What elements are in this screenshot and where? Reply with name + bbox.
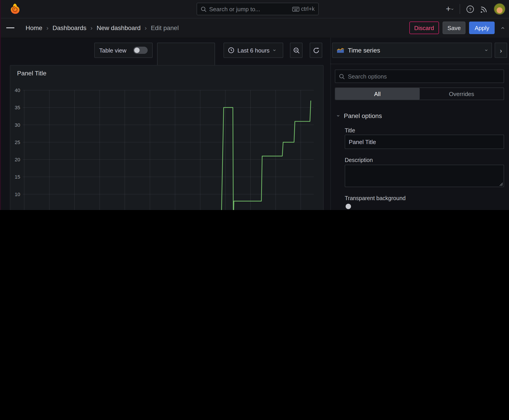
breadcrumb-home[interactable]: Home [26,24,42,31]
chevron-right-icon: › [91,24,92,31]
svg-text:35: 35 [15,105,20,110]
description-textarea[interactable] [345,165,504,187]
svg-text:?: ? [469,7,471,12]
topbar-divider [460,4,460,14]
options-search-placeholder: Search options [348,73,387,80]
header-actions: Discard Save Apply › [409,22,503,34]
breadcrumb-bar: Home › Dashboards › New dashboard › Edit… [0,18,509,38]
zoom-out-button[interactable] [290,43,303,58]
svg-text:10: 10 [15,192,20,197]
all-overrides-switch: All Overrides [335,88,504,100]
refresh-button[interactable] [310,43,322,58]
save-button[interactable]: Save [443,22,466,34]
tab-overrides[interactable]: Overrides [419,88,504,100]
description-label: Description [345,157,373,163]
refresh-icon [313,47,319,54]
zoom-out-icon [293,47,300,54]
add-new-button[interactable]: +› [446,4,453,14]
breadcrumb-new-dashboard[interactable]: New dashboard [97,24,140,31]
breadcrumb-dashboards[interactable]: Dashboards [53,24,86,31]
title-label: Title [345,128,355,134]
global-search-input[interactable]: Search or jump to... ctrl+k [197,3,319,15]
pane-divider [330,64,509,64]
visualization-picker[interactable]: Time series › [332,43,492,58]
discard-button[interactable]: Discard [409,22,439,34]
timeseries-viz-icon [337,47,344,53]
window-edge [0,0,1,210]
chevron-down-icon: › [272,49,277,51]
viz-picker-label: Time series [348,47,380,54]
collapse-options-icon[interactable]: › [499,27,505,29]
search-icon [339,73,345,79]
panel-options-section[interactable]: › Panel options [338,112,382,119]
clock-icon [228,47,234,53]
chevron-right-icon: › [46,24,48,31]
keyboard-icon [292,7,299,11]
panel-title: Panel Title [17,69,46,77]
options-search[interactable]: Search options [335,69,504,83]
help-icon[interactable]: ? [466,5,474,13]
breadcrumb-edit-panel: Edit panel [151,24,179,31]
news-rss-icon[interactable] [480,5,487,13]
svg-text:15: 15 [15,174,20,180]
svg-text:25: 25 [15,140,20,145]
grafana-logo[interactable] [9,3,21,15]
panel-preview-card: Panel Title 051015202530354015:3016:0016… [10,65,324,210]
tab-all[interactable]: All [335,88,419,100]
table-view-toggle[interactable] [133,47,148,54]
shortcut-hint: ctrl+k [292,6,315,12]
collapse-pane-button[interactable]: › [495,43,507,58]
transparent-bg-label: Transparent background [345,195,406,202]
chevron-down-icon: › [336,115,341,117]
svg-text:5: 5 [17,209,20,210]
breadcrumb: Home › Dashboards › New dashboard › Edit… [26,18,179,37]
time-range-picker[interactable]: Last 6 hours › [224,43,283,58]
chevron-right-icon: › [145,24,147,31]
table-view-label: Table view [99,47,126,54]
search-placeholder: Search or jump to... [209,6,289,12]
table-view-control: Table view [94,43,153,58]
top-nav-bar: Search or jump to... ctrl+k +› ? [0,0,509,18]
resize-handle-icon[interactable] [499,182,503,186]
search-icon [201,6,206,12]
time-range-label: Last 6 hours [237,47,270,54]
apply-button[interactable]: Apply [469,22,495,34]
svg-text:40: 40 [15,88,20,93]
user-avatar[interactable] [494,3,505,15]
chevron-down-icon: › [484,49,489,51]
svg-text:30: 30 [15,122,20,128]
grafana-edit-panel-window: Search or jump to... ctrl+k +› ? Home › … [0,0,509,210]
panel-title-input[interactable] [345,135,504,149]
svg-text:20: 20 [15,157,20,162]
topbar-actions: +› ? [446,0,505,18]
timeseries-chart[interactable]: 051015202530354015:3016:0016:3017:0017:3… [14,86,324,210]
